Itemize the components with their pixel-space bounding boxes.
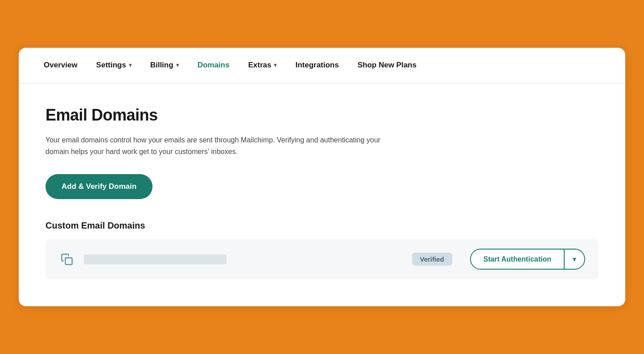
svg-rect-0 xyxy=(66,258,72,264)
nav-label-extras: Extras xyxy=(248,61,271,70)
nav-item-billing[interactable]: Billing ▾ xyxy=(143,56,186,74)
start-authentication-button[interactable]: Start Authentication xyxy=(471,250,564,269)
nav-item-integrations[interactable]: Integrations xyxy=(288,56,346,74)
nav-item-overview[interactable]: Overview xyxy=(37,56,85,74)
verified-badge: Verified xyxy=(412,253,452,266)
nav-bar: Overview Settings ▾ Billing ▾ Domains Ex… xyxy=(19,48,625,83)
nav-item-settings[interactable]: Settings ▾ xyxy=(89,56,139,74)
chevron-down-icon: ▾ xyxy=(176,62,179,68)
domain-list-item: Verified Start Authentication ▾ xyxy=(45,239,599,279)
domain-name-text xyxy=(84,254,227,264)
nav-label-settings: Settings xyxy=(96,61,126,70)
page-title: Email Domains xyxy=(45,106,599,125)
start-authentication-button-group: Start Authentication ▾ xyxy=(470,249,585,270)
nav-label-overview: Overview xyxy=(44,61,78,70)
chevron-down-icon: ▾ xyxy=(274,62,277,68)
nav-label-integrations: Integrations xyxy=(295,61,339,70)
nav-label-shop-new-plans: Shop New Plans xyxy=(358,61,417,70)
chevron-down-icon: ▾ xyxy=(129,62,132,68)
copy-icon xyxy=(59,251,75,267)
main-content: Email Domains Your email domains control… xyxy=(19,83,625,306)
nav-item-extras[interactable]: Extras ▾ xyxy=(241,56,284,74)
nav-label-domains: Domains xyxy=(198,61,230,70)
section-title-custom-domains: Custom Email Domains xyxy=(45,221,599,231)
chevron-down-icon: ▾ xyxy=(573,255,576,263)
main-card: Overview Settings ▾ Billing ▾ Domains Ex… xyxy=(19,48,625,306)
nav-item-domains[interactable]: Domains xyxy=(190,56,237,74)
authentication-dropdown-button[interactable]: ▾ xyxy=(564,250,584,269)
nav-label-billing: Billing xyxy=(150,61,173,70)
page-description: Your email domains control how your emai… xyxy=(45,134,402,157)
add-verify-domain-button[interactable]: Add & Verify Domain xyxy=(45,174,153,199)
nav-item-shop-new-plans[interactable]: Shop New Plans xyxy=(351,56,424,74)
